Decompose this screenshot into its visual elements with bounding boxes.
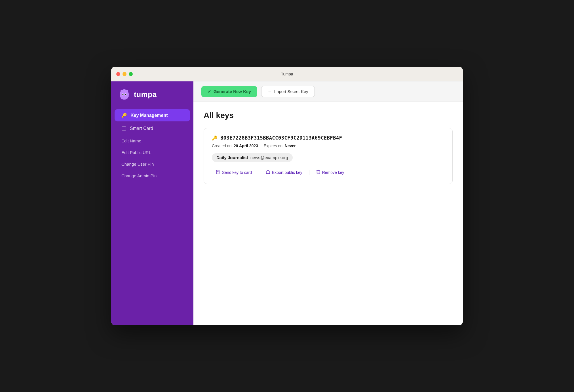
content-area: All keys 🔑 B03E7228B3F315BBACC03CF9C2D11…	[193, 102, 463, 325]
created-label: Created on:	[212, 144, 233, 148]
key-actions: Send key to card Export	[212, 168, 444, 177]
key-icon: 🔑	[121, 113, 127, 118]
import-label: Import Secret Key	[274, 89, 308, 94]
arrow-left-icon: ←	[268, 89, 272, 94]
send-key-to-card-label: Send key to card	[222, 170, 252, 175]
window-controls	[116, 72, 133, 76]
svg-rect-9	[122, 127, 126, 130]
nav-section: 🔑 Key Management Smart Card Edit Na	[111, 109, 193, 182]
created-value: 20 April 2023	[234, 144, 258, 148]
sidebar-item-edit-name[interactable]: Edit Name	[115, 135, 190, 146]
window-title: Tumpa	[281, 72, 293, 76]
expires-value: Never	[285, 144, 296, 148]
generate-new-key-button[interactable]: ✓ Generate New Key	[201, 86, 257, 97]
page-title: All keys	[204, 111, 453, 120]
logo-mascot	[118, 88, 130, 101]
export-public-key-label: Export public key	[272, 170, 302, 175]
toolbar: ✓ Generate New Key ← Import Secret Key	[193, 81, 463, 102]
titlebar: Tumpa	[111, 67, 463, 81]
sidebar-item-edit-public-url[interactable]: Edit Public URL	[115, 147, 190, 158]
sidebar-item-key-management-label: Key Management	[130, 113, 168, 118]
logo-text: tumpa	[134, 90, 157, 99]
export-icon	[266, 170, 270, 175]
key-fingerprint-icon: 🔑	[212, 135, 218, 141]
identity-email: news@example.org	[250, 155, 288, 160]
sidebar-item-change-admin-pin[interactable]: Change Admin Pin	[115, 170, 190, 181]
expires-label: Expires on:	[264, 144, 284, 148]
svg-point-8	[126, 90, 128, 92]
svg-rect-16	[317, 171, 320, 174]
remove-key-label: Remove key	[322, 170, 344, 175]
app-body: tumpa 🔑 Key Management Smart C	[111, 81, 463, 325]
trash-icon	[316, 170, 320, 175]
identity-name: Daily Journalist	[216, 155, 248, 160]
action-separator-2	[309, 170, 309, 175]
send-to-card-icon	[216, 170, 220, 175]
logo-area: tumpa	[111, 88, 193, 109]
import-secret-key-button[interactable]: ← Import Secret Key	[261, 86, 315, 97]
minimize-button[interactable]	[123, 72, 126, 76]
action-separator-1	[259, 170, 259, 175]
key-id-row: 🔑 B03E7228B3F315BBACC03CF9C2D113A69CEBFB…	[212, 135, 444, 141]
sidebar: tumpa 🔑 Key Management Smart C	[111, 81, 193, 325]
svg-point-6	[126, 94, 126, 95]
sidebar-item-key-management[interactable]: 🔑 Key Management	[115, 109, 190, 121]
sidebar-item-change-user-pin[interactable]: Change User Pin	[115, 159, 190, 170]
change-user-pin-label: Change User Pin	[121, 162, 154, 167]
maximize-button[interactable]	[129, 72, 133, 76]
svg-point-7	[121, 90, 123, 92]
main-content: ✓ Generate New Key ← Import Secret Key A…	[193, 81, 463, 325]
key-identity-badge: Daily Journalist news@example.org	[212, 153, 293, 162]
edit-public-url-label: Edit Public URL	[121, 150, 151, 155]
send-key-to-card-button[interactable]: Send key to card	[212, 168, 256, 177]
sidebar-item-smart-card-label: Smart Card	[130, 126, 153, 131]
svg-point-5	[123, 94, 123, 95]
key-card: 🔑 B03E7228B3F315BBACC03CF9C2D113A69CEBFB…	[204, 128, 453, 184]
edit-name-label: Edit Name	[121, 138, 141, 143]
generate-label: Generate New Key	[214, 89, 251, 94]
card-icon	[121, 126, 126, 131]
app-window: Tumpa	[111, 67, 463, 325]
change-admin-pin-label: Change Admin Pin	[121, 173, 157, 178]
export-public-key-button[interactable]: Export public key	[262, 168, 306, 177]
sidebar-item-smart-card[interactable]: Smart Card	[115, 123, 190, 134]
key-fingerprint: B03E7228B3F315BBACC03CF9C2D113A69CEBFB4F	[220, 135, 342, 141]
close-button[interactable]	[116, 72, 120, 76]
key-meta: Created on: 20 April 2023 Expires on: Ne…	[212, 144, 444, 148]
check-icon: ✓	[208, 89, 211, 94]
remove-key-button[interactable]: Remove key	[312, 168, 348, 177]
